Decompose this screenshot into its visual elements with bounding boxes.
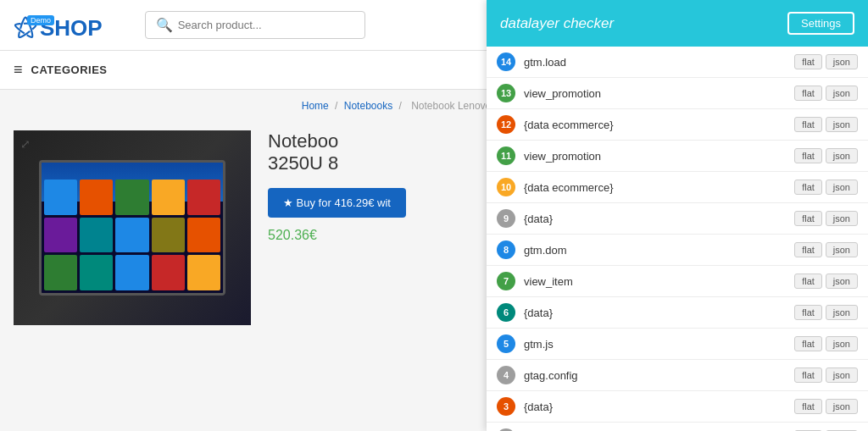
- json-button[interactable]: json: [826, 117, 858, 132]
- event-name: {data}: [524, 213, 786, 225]
- event-badge: 7: [497, 272, 515, 290]
- breadcrumb-sep1: /: [335, 100, 337, 112]
- flat-button[interactable]: flat: [794, 305, 822, 320]
- panel-title: datalayer checker: [500, 15, 614, 32]
- event-row[interactable]: 14gtm.loadflatjson: [487, 47, 868, 78]
- screen-content: [42, 163, 223, 293]
- event-actions: flatjson: [794, 117, 858, 132]
- product-image: ⤢: [14, 130, 251, 325]
- event-actions: flatjson: [794, 242, 858, 257]
- flat-button[interactable]: flat: [794, 148, 822, 163]
- json-button[interactable]: json: [826, 148, 858, 163]
- flat-button[interactable]: flat: [794, 86, 822, 101]
- event-row[interactable]: 13view_promotionflatjson: [487, 78, 868, 109]
- tile-5: [187, 180, 220, 215]
- event-name: {data}: [524, 401, 786, 413]
- event-row[interactable]: 4gtag.configflatjson: [487, 360, 868, 391]
- event-actions: flatjson: [794, 336, 858, 351]
- event-actions: flatjson: [794, 367, 858, 383]
- json-button[interactable]: json: [826, 242, 858, 257]
- event-badge: 5: [497, 334, 515, 353]
- panel-body: 14gtm.loadflatjson13view_promotionflatjs…: [487, 47, 868, 431]
- breadcrumb-sep2: /: [399, 100, 402, 112]
- event-row[interactable]: 7view_itemflatjson: [487, 266, 868, 297]
- settings-button[interactable]: Settings: [787, 12, 854, 35]
- panel-header: datalayer checker Settings: [487, 0, 868, 47]
- json-button[interactable]: json: [826, 274, 858, 289]
- search-input[interactable]: [178, 19, 348, 31]
- event-name: view_item: [524, 275, 786, 288]
- tile-15: [187, 255, 220, 290]
- logo-area: Demo ⚝ SHOP: [14, 8, 103, 41]
- event-row[interactable]: 2gtag.jsflatjson: [487, 423, 868, 431]
- breadcrumb-notebooks[interactable]: Notebooks: [344, 100, 392, 112]
- flat-button[interactable]: flat: [794, 367, 822, 383]
- flat-button[interactable]: flat: [794, 242, 822, 257]
- search-bar[interactable]: 🔍: [145, 11, 365, 39]
- event-name: gtag.config: [524, 369, 786, 382]
- event-row[interactable]: 3{data}flatjson: [487, 391, 868, 423]
- tile-7: [80, 218, 113, 253]
- search-icon: 🔍: [156, 17, 173, 33]
- json-button[interactable]: json: [826, 54, 858, 69]
- event-name: {data ecommerce}: [524, 181, 786, 194]
- event-name: {data}: [524, 307, 786, 319]
- json-button[interactable]: json: [826, 399, 858, 414]
- event-row[interactable]: 10{data ecommerce}flatjson: [487, 172, 868, 203]
- tile-12: [80, 255, 113, 290]
- event-row[interactable]: 5gtm.jsflatjson: [487, 329, 868, 360]
- event-actions: flatjson: [794, 305, 858, 320]
- hamburger-icon[interactable]: ≡: [14, 61, 23, 79]
- categories-label: CATEGORIES: [31, 64, 108, 76]
- event-row[interactable]: 6{data}flatjson: [487, 297, 868, 329]
- product-image-container: ⤢: [14, 130, 251, 325]
- expand-icon[interactable]: ⤢: [20, 137, 31, 151]
- tile-3: [115, 180, 148, 215]
- flat-button[interactable]: flat: [794, 180, 822, 195]
- flat-button[interactable]: flat: [794, 336, 822, 351]
- event-actions: flatjson: [794, 148, 858, 163]
- json-button[interactable]: json: [826, 211, 858, 226]
- json-button[interactable]: json: [826, 180, 858, 195]
- event-name: gtm.load: [524, 56, 786, 69]
- tile-11: [44, 255, 77, 290]
- event-row[interactable]: 12{data ecommerce}flatjson: [487, 109, 868, 141]
- demo-badge: Demo: [27, 15, 54, 25]
- tile-4: [152, 180, 185, 215]
- event-actions: flatjson: [794, 86, 858, 101]
- event-row[interactable]: 11view_promotionflatjson: [487, 141, 868, 172]
- event-actions: flatjson: [794, 399, 858, 414]
- event-badge: 13: [497, 84, 515, 102]
- event-row[interactable]: 8gtm.domflatjson: [487, 235, 868, 266]
- breadcrumb-home[interactable]: Home: [302, 100, 329, 112]
- datalayer-panel: datalayer checker Settings 14gtm.loadfla…: [487, 0, 868, 431]
- event-badge: 6: [497, 303, 515, 322]
- json-button[interactable]: json: [826, 86, 858, 101]
- flat-button[interactable]: flat: [794, 399, 822, 414]
- event-name: {data ecommerce}: [524, 119, 786, 131]
- tile-2: [80, 180, 113, 215]
- tile-13: [115, 255, 148, 290]
- event-badge: 11: [497, 146, 515, 165]
- event-badge: 12: [497, 115, 515, 134]
- event-badge: 14: [497, 52, 515, 71]
- flat-button[interactable]: flat: [794, 211, 822, 226]
- tile-9: [152, 218, 185, 253]
- flat-button[interactable]: flat: [794, 54, 822, 69]
- event-badge: 9: [497, 209, 515, 228]
- event-row[interactable]: 9{data}flatjson: [487, 203, 868, 235]
- flat-button[interactable]: flat: [794, 117, 822, 132]
- json-button[interactable]: json: [826, 305, 858, 320]
- flat-button[interactable]: flat: [794, 274, 822, 289]
- event-actions: flatjson: [794, 211, 858, 226]
- event-actions: flatjson: [794, 54, 858, 69]
- buy-button[interactable]: ★ Buy for 416.29€ wit: [268, 188, 406, 218]
- event-badge: 3: [497, 397, 515, 416]
- tile-1: [44, 180, 77, 215]
- tile-8: [115, 218, 148, 253]
- json-button[interactable]: json: [826, 336, 858, 351]
- json-button[interactable]: json: [826, 367, 858, 383]
- event-name: view_promotion: [524, 150, 786, 163]
- event-actions: flatjson: [794, 180, 858, 195]
- tile-14: [152, 255, 185, 290]
